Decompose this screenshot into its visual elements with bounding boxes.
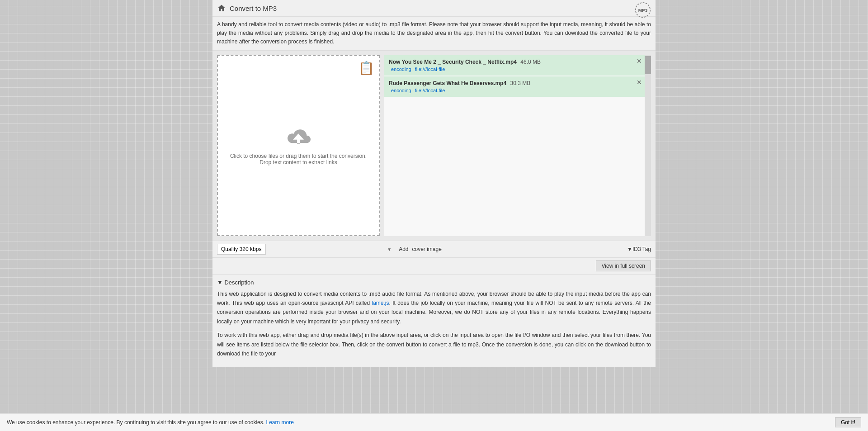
file-status: encoding file:///local-file — [389, 66, 640, 72]
fullscreen-button[interactable]: View in full screen — [596, 260, 651, 271]
file-name: Rude Passenger Gets What He Deserves.mp4… — [389, 80, 640, 86]
cookie-text: We use cookies to enhance your experienc… — [7, 419, 828, 426]
file-size: 30.3 MB — [510, 80, 530, 86]
description-body: This web application is designed to conv… — [217, 289, 651, 359]
desc-para-2: To work with this web app, either drag a… — [217, 331, 651, 358]
file-name: Now You See Me 2 _ Security Check _ Netf… — [389, 59, 640, 65]
lame-link[interactable]: lame.js — [372, 300, 389, 306]
action-bar: View in full screen — [212, 258, 656, 275]
home-icon[interactable] — [217, 4, 226, 13]
got-it-button[interactable]: Got it! — [835, 417, 861, 427]
svg-text:MP3: MP3 — [638, 8, 648, 13]
id3-tag-toggle[interactable]: ▼ ID3 Tag — [627, 246, 651, 252]
drop-zone[interactable]: 📋 Click to choose files or drag them to … — [217, 55, 380, 236]
file-size: 46.0 MB — [520, 59, 541, 65]
file-list: Now You See Me 2 _ Security Check _ Netf… — [384, 55, 651, 236]
file-close-button[interactable]: ✕ — [637, 58, 642, 64]
dropzone-instruction: Click to choose files or drag them to st… — [218, 153, 379, 166]
file-item: Rude Passenger Gets What He Deserves.mp4… — [384, 76, 645, 97]
cover-image-label: cover image — [412, 246, 441, 252]
cookie-bar: We use cookies to enhance your experienc… — [0, 413, 868, 431]
file-status: encoding file:///local-file — [389, 88, 640, 93]
file-close-button[interactable]: ✕ — [637, 79, 642, 85]
upload-cloud-icon — [285, 126, 312, 148]
file-item: Now You See Me 2 _ Security Check _ Netf… — [384, 55, 645, 76]
header: Convert to MP3 MP3 — [212, 0, 656, 17]
scrollbar-track[interactable] — [645, 55, 651, 236]
main-description: A handy and reliable tool to convert med… — [212, 17, 656, 51]
desc-para-1: This web application is designed to conv… — [217, 289, 651, 327]
controls-bar: Quality 320 kbps Quality 256 kbps Qualit… — [212, 241, 656, 258]
learn-more-link[interactable]: Learn more — [266, 419, 293, 426]
add-label: Add — [399, 246, 408, 252]
clipboard-icon: 📋 — [359, 61, 374, 76]
page-title: Convert to MP3 — [230, 5, 277, 12]
main-container: Convert to MP3 MP3 A handy and reliable … — [212, 0, 656, 367]
quality-select[interactable]: Quality 320 kbps Quality 256 kbps Qualit… — [217, 244, 266, 255]
description-section: ▼ Description This web application is de… — [212, 275, 656, 368]
mp3-logo: MP3 — [635, 2, 651, 18]
description-title: ▼ Description — [217, 279, 651, 286]
tool-area: 📋 Click to choose files or drag them to … — [212, 51, 656, 241]
quality-select-wrapper[interactable]: Quality 320 kbps Quality 256 kbps Qualit… — [217, 244, 395, 255]
